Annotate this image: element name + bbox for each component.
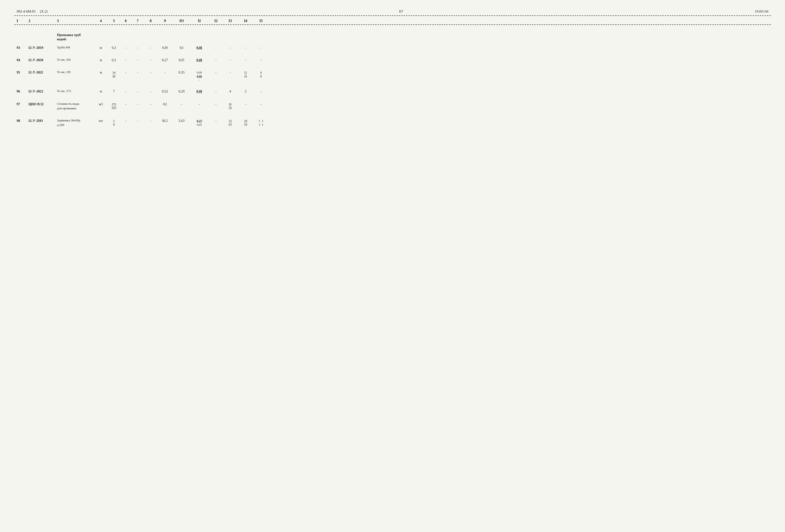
header-center: II7	[399, 9, 403, 14]
row-97-c12: -	[209, 102, 223, 106]
row-97-unit: м3	[95, 102, 107, 106]
table-row: 94 I2-У-2020 То же, I59 м 0,3 - - - 0,27…	[14, 55, 771, 66]
row-94-id: 94	[17, 58, 28, 62]
row-95-id: 95	[17, 70, 28, 75]
col-15: I5	[254, 19, 268, 23]
row-98-c14: 28 34	[237, 118, 254, 127]
row-97-c10: -	[173, 102, 190, 106]
row-94-c14: -	[237, 58, 254, 62]
row-93-c15: -	[254, 45, 268, 50]
row-97-c9: 0,I	[157, 102, 173, 106]
top-divider	[14, 16, 771, 16]
row-97-c13: I8 20	[223, 102, 237, 110]
row-93-desc: Труба I08	[57, 45, 95, 50]
row-95-unit: м	[95, 70, 107, 75]
row-97-c11: -	[190, 102, 209, 106]
row-95-c12: -	[209, 70, 223, 75]
row-96-code: I2-У-2022	[28, 89, 57, 94]
row-95-c15: 6 8	[254, 70, 268, 78]
row-96-c5: 7	[107, 89, 121, 94]
row-96-c15: -	[254, 89, 268, 94]
row-98-c13: 53 63	[223, 118, 237, 127]
col-11: II	[190, 19, 209, 23]
col-8: 8	[145, 19, 157, 23]
col-2: 2	[28, 19, 57, 23]
row-96-c10: 0,29	[173, 89, 190, 94]
col-10: IO	[173, 19, 190, 23]
row-96-c14: 2	[237, 89, 254, 94]
row-98-c10: 5,63	[173, 118, 190, 123]
row-95-c13: -	[223, 70, 237, 75]
row-95-c8: -	[145, 70, 157, 75]
row-97-c15: -	[254, 102, 268, 106]
row-98-c7: -	[130, 118, 145, 123]
col-12: I2	[209, 19, 223, 23]
row-96-c9: 0,52	[157, 89, 173, 94]
col-7: 7	[130, 19, 145, 23]
row-95-c9: -	[157, 70, 173, 75]
col-14: I4	[237, 19, 254, 23]
row-97-c7: -	[130, 102, 145, 106]
row-97-code: ЦНО В I2	[28, 102, 57, 106]
table-row: 96 I2-У-2022 То же, 273 м 7 - - - 0,52 0…	[14, 86, 771, 97]
row-98-c15: I 2 I I	[254, 118, 268, 126]
row-94-code: I2-У-2020	[28, 58, 57, 62]
col-9: 9	[157, 19, 173, 23]
row-93-c6: -	[121, 45, 130, 50]
table-row: 97 ЦНО В I2 Стоимость воды для промывки …	[14, 99, 771, 113]
row-93-c13: -	[223, 45, 237, 50]
section-label: Промывка труб водой:	[57, 30, 95, 42]
row-94-unit: м	[95, 58, 107, 62]
table-row: 93 I2-У-2019 Труба I08 м 0,3 - - - 0,I9 …	[14, 43, 771, 53]
row-93-c14: -	[237, 45, 254, 50]
row-98-desc: Задвижка 30с6бр д.200	[57, 118, 95, 127]
row-93-unit: м	[95, 45, 107, 50]
row-94-desc: То же, I59	[57, 58, 95, 62]
row-96-desc: То же, 273	[57, 89, 95, 94]
row-97-c5: I79 203	[107, 102, 121, 110]
col-13: I3	[223, 19, 237, 23]
row-96-id: 96	[17, 89, 28, 94]
row-94-c6: -	[121, 58, 130, 62]
table-row: 95 I2-У-202I То же, 2I9 м 34 40 - - - - …	[14, 68, 771, 84]
row-97-id: 97	[17, 102, 28, 106]
row-93-c5: 0,3	[107, 45, 121, 50]
row-93-c7: -	[130, 45, 145, 50]
row-96-c11: 0,0I	[190, 89, 209, 94]
row-95-c14: I2 I4	[237, 70, 254, 78]
row-95-c6: -	[121, 70, 130, 75]
row-93-c8: -	[145, 45, 157, 50]
row-98-code: I2-У-2I93	[28, 118, 57, 123]
row-94-c12: -	[209, 58, 223, 62]
col-4: 4	[95, 19, 107, 23]
row-95-code: I2-У-202I	[28, 70, 57, 75]
row-93-c12: -	[209, 45, 223, 50]
row-96-c6: -	[121, 89, 130, 94]
row-97-desc: Стоимость воды для промывки	[57, 102, 95, 111]
row-93-code: I2-У-2019	[28, 45, 57, 50]
row-96-c12: -	[209, 89, 223, 94]
row-94-c10: 0,I5	[173, 58, 190, 62]
row-98-unit: шт	[95, 118, 107, 123]
row-96-unit: м	[95, 89, 107, 94]
col-5: 5	[107, 19, 121, 23]
col-1: I	[17, 19, 28, 23]
row-97-c8: -	[145, 102, 157, 106]
row-98-c11: 0,27 0,I5	[190, 118, 209, 126]
table-row: 98 I2-У-2I93 Задвижка 30с6бр д.200 шт 5 …	[14, 116, 771, 130]
row-95-desc: То же, 2I9	[57, 70, 95, 75]
row-98-c5: 5 6	[107, 118, 121, 127]
header-left: 902-4-6М.83 (X.2)	[17, 9, 48, 14]
row-95-c7: -	[130, 70, 145, 75]
row-95-c5: 34 40	[107, 70, 121, 78]
row-96-c8: -	[145, 89, 157, 94]
document-header: 902-4-6М.83 (X.2) II7 19105-04	[14, 9, 771, 14]
row-98-c12: -	[209, 118, 223, 123]
row-98-c6: -	[121, 118, 130, 123]
row-98-c8: -	[145, 118, 157, 123]
col-3: 3	[57, 19, 95, 23]
row-94-c7: -	[130, 58, 145, 62]
row-98-c9: I0,5	[157, 118, 173, 123]
row-93-c11: 0,0I	[190, 45, 209, 50]
row-94-c9: 0,27	[157, 58, 173, 62]
